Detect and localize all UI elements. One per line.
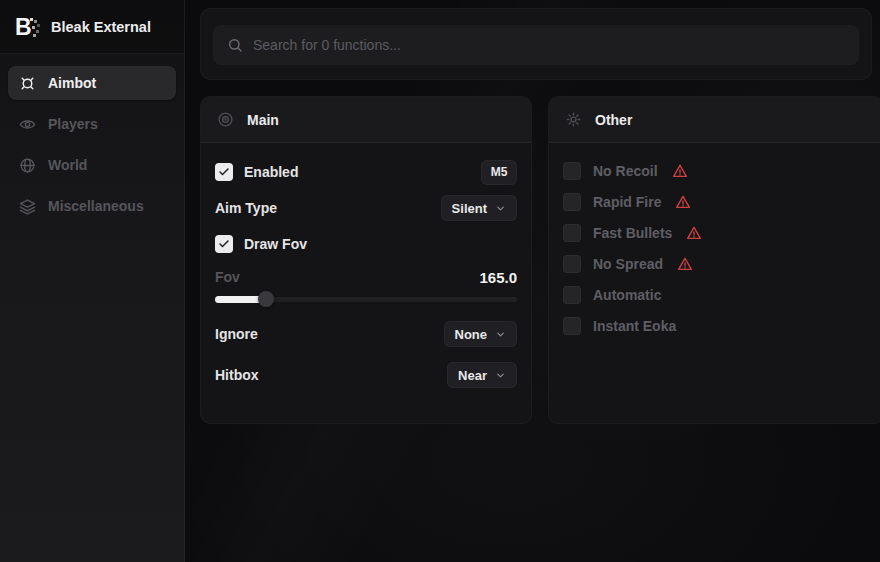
no-spread-label: No Spread bbox=[593, 256, 663, 272]
ignore-label: Ignore bbox=[215, 326, 258, 342]
enabled-label: Enabled bbox=[244, 164, 298, 180]
ignore-dropdown[interactable]: None bbox=[444, 321, 518, 347]
no-recoil-label: No Recoil bbox=[593, 163, 658, 179]
eye-icon bbox=[18, 115, 36, 133]
search-box[interactable] bbox=[213, 25, 859, 65]
sidebar: B Bleak External Aimbot Players bbox=[0, 0, 185, 562]
other-panel-header: Other bbox=[549, 97, 880, 143]
fast-bullets-label: Fast Bullets bbox=[593, 225, 672, 241]
draw-fov-checkbox[interactable] bbox=[215, 235, 233, 253]
fast-bullets-checkbox[interactable] bbox=[563, 224, 581, 242]
instant-eoka-label: Instant Eoka bbox=[593, 318, 676, 334]
sidebar-item-world[interactable]: World bbox=[8, 148, 176, 182]
draw-fov-label: Draw Fov bbox=[244, 236, 307, 252]
app-logo: B bbox=[15, 15, 39, 39]
enabled-row: Enabled M5 bbox=[215, 159, 517, 185]
toggle-row-fast-bullets: Fast Bullets bbox=[563, 222, 869, 244]
layers-icon bbox=[18, 197, 36, 215]
hitbox-value: Near bbox=[458, 368, 487, 383]
sidebar-item-miscellaneous[interactable]: Miscellaneous bbox=[8, 189, 176, 223]
warning-icon bbox=[675, 194, 691, 210]
toggle-row-automatic: Automatic bbox=[563, 284, 869, 306]
instant-eoka-checkbox[interactable] bbox=[563, 317, 581, 335]
brand: B Bleak External bbox=[0, 0, 184, 54]
rapid-fire-checkbox[interactable] bbox=[563, 193, 581, 211]
target-icon bbox=[217, 111, 234, 128]
chevron-down-icon bbox=[495, 203, 506, 214]
draw-fov-row: Draw Fov bbox=[215, 231, 517, 257]
hitbox-label: Hitbox bbox=[215, 367, 259, 383]
fov-slider-thumb[interactable] bbox=[258, 291, 274, 307]
chevron-down-icon bbox=[495, 370, 506, 381]
no-spread-checkbox[interactable] bbox=[563, 255, 581, 273]
sidebar-item-players[interactable]: Players bbox=[8, 107, 176, 141]
crosshair-icon bbox=[18, 74, 36, 92]
main-panel-title: Main bbox=[247, 112, 279, 128]
search-icon bbox=[227, 37, 243, 53]
chevron-down-icon bbox=[495, 329, 506, 340]
hitbox-row: Hitbox Near bbox=[215, 361, 517, 389]
ignore-value: None bbox=[455, 327, 488, 342]
toggle-row-rapid-fire: Rapid Fire bbox=[563, 191, 869, 213]
fov-row: Fov 165.0 bbox=[215, 266, 517, 288]
app-title: Bleak External bbox=[51, 19, 151, 35]
warning-icon bbox=[677, 256, 693, 272]
automatic-label: Automatic bbox=[593, 287, 661, 303]
globe-icon bbox=[18, 156, 36, 174]
automatic-checkbox[interactable] bbox=[563, 286, 581, 304]
main-panel-body: Enabled M5 Aim Type Silent Draw Fov Fov bbox=[201, 143, 531, 389]
toggle-row-no-spread: No Spread bbox=[563, 253, 869, 275]
sidebar-item-label: Aimbot bbox=[48, 75, 96, 91]
sidebar-item-label: World bbox=[48, 157, 87, 173]
main-panel-header: Main bbox=[201, 97, 531, 143]
fov-slider[interactable] bbox=[215, 291, 517, 307]
other-panel: Other No Recoil Rapid Fire Fast Bullets bbox=[548, 96, 880, 424]
toggle-row-no-recoil: No Recoil bbox=[563, 160, 869, 182]
sidebar-item-label: Players bbox=[48, 116, 98, 132]
enabled-checkbox[interactable] bbox=[215, 163, 233, 181]
toggle-row-instant-eoka: Instant Eoka bbox=[563, 315, 869, 337]
main-panel: Main Enabled M5 Aim Type Silent bbox=[200, 96, 532, 424]
sidebar-item-aimbot[interactable]: Aimbot bbox=[8, 66, 176, 100]
sidebar-nav: Aimbot Players World bbox=[0, 54, 184, 235]
fov-value: 165.0 bbox=[479, 269, 517, 286]
warning-icon bbox=[686, 225, 702, 241]
ignore-row: Ignore None bbox=[215, 320, 517, 348]
sidebar-item-label: Miscellaneous bbox=[48, 198, 144, 214]
aim-type-dropdown[interactable]: Silent bbox=[441, 195, 517, 221]
other-panel-body: No Recoil Rapid Fire Fast Bullets bbox=[549, 143, 880, 337]
aim-type-value: Silent bbox=[452, 201, 487, 216]
search-input[interactable] bbox=[253, 37, 845, 53]
no-recoil-checkbox[interactable] bbox=[563, 162, 581, 180]
aim-type-row: Aim Type Silent bbox=[215, 195, 517, 221]
rapid-fire-label: Rapid Fire bbox=[593, 194, 661, 210]
fov-label: Fov bbox=[215, 269, 240, 285]
enabled-keybind-button[interactable]: M5 bbox=[481, 160, 517, 185]
hitbox-dropdown[interactable]: Near bbox=[447, 362, 517, 388]
other-panel-title: Other bbox=[595, 112, 632, 128]
search-panel bbox=[200, 8, 872, 80]
warning-icon bbox=[672, 163, 688, 179]
aim-type-label: Aim Type bbox=[215, 200, 277, 216]
gear-icon bbox=[565, 111, 582, 128]
